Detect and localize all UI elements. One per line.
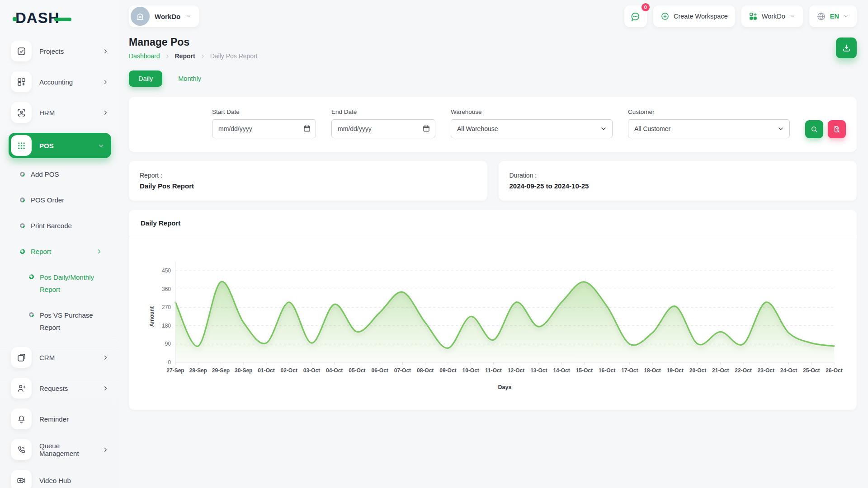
warehouse-select[interactable]: All Warehouse xyxy=(451,119,613,138)
svg-text:23-Oct: 23-Oct xyxy=(758,367,774,374)
end-date-group: End Date xyxy=(331,108,435,138)
check-square-icon xyxy=(11,41,32,61)
app-logo[interactable]: DASH xyxy=(11,7,109,29)
sidebar-item-queue-management[interactable]: Queue Management xyxy=(11,439,109,460)
video-plus-icon xyxy=(11,470,32,488)
grid-plus-icon xyxy=(11,71,32,92)
sidebar-subitem-pos-daily-monthly-report[interactable]: Pos Daily/Monthly Report xyxy=(29,271,109,296)
sidebar-subitem-add-pos[interactable]: Add POS xyxy=(20,168,109,180)
sidebar-subitem-pos-vs-purchase-report[interactable]: Pos VS Purchase Report xyxy=(29,309,109,333)
svg-text:15-Oct: 15-Oct xyxy=(576,367,593,374)
chevron-right-icon xyxy=(102,385,109,392)
sidebar-subitem-label: POS Order xyxy=(31,194,64,206)
sidebar-subitem-label: Print Barcode xyxy=(31,220,72,232)
svg-text:01-Oct: 01-Oct xyxy=(258,367,274,374)
svg-text:14-Oct: 14-Oct xyxy=(553,367,570,374)
page-header: Manage Pos Dashboard Report Daily Pos Re… xyxy=(129,36,857,60)
search-icon xyxy=(810,125,818,133)
svg-text:24-Oct: 24-Oct xyxy=(780,367,797,374)
svg-text:450: 450 xyxy=(162,267,171,274)
svg-text:30-Sep: 30-Sep xyxy=(235,367,252,374)
sidebar-nav: Projects Accounting HRM POS Add POS POS … xyxy=(11,41,109,488)
summary-cards: Report : Daily Pos Report Duration : 202… xyxy=(129,161,857,201)
customer-select[interactable]: All Customer xyxy=(628,119,790,138)
svg-text:17-Oct: 17-Oct xyxy=(621,367,638,374)
building-icon xyxy=(135,11,145,21)
search-button[interactable] xyxy=(805,120,823,138)
report-label: Report : xyxy=(140,172,476,179)
layers-copy-icon xyxy=(11,347,32,368)
svg-text:Amount: Amount xyxy=(149,306,155,327)
svg-text:07-Oct: 07-Oct xyxy=(394,367,411,374)
duration-value: 2024-09-25 to 2024-10-25 xyxy=(509,182,846,190)
chevron-down-icon xyxy=(98,142,109,149)
language-menu[interactable]: EN xyxy=(809,5,857,27)
sidebar-item-video-hub[interactable]: Video Hub xyxy=(11,470,109,488)
sidebar-item-label: Queue Management xyxy=(39,442,94,457)
messages-button[interactable]: 0 xyxy=(624,5,647,27)
svg-text:08-Oct: 08-Oct xyxy=(417,367,434,374)
sidebar-item-projects[interactable]: Projects xyxy=(11,41,109,61)
svg-text:90: 90 xyxy=(165,341,171,347)
sidebar-item-crm[interactable]: CRM xyxy=(11,347,109,368)
start-date-label: Start Date xyxy=(212,108,316,115)
chart-title: Daily Report xyxy=(141,219,180,227)
sidebar-item-label: Projects xyxy=(39,47,94,55)
chevron-right-icon xyxy=(96,248,103,255)
sidebar-subitem-label: Report xyxy=(31,245,51,258)
start-date-input[interactable] xyxy=(212,119,316,138)
report-value: Daily Pos Report xyxy=(140,182,476,190)
svg-text:26-Oct: 26-Oct xyxy=(826,367,842,374)
chevron-right-icon xyxy=(102,79,109,85)
sidebar-item-requests[interactable]: Requests xyxy=(11,378,109,399)
svg-text:09-Oct: 09-Oct xyxy=(439,367,456,374)
bullet-icon xyxy=(28,273,35,281)
svg-text:06-Oct: 06-Oct xyxy=(371,367,388,374)
breadcrumb-dashboard-link[interactable]: Dashboard xyxy=(129,52,160,60)
breadcrumb-report[interactable]: Report xyxy=(175,52,195,60)
customer-group: Customer All Customer xyxy=(628,108,790,138)
svg-text:25-Oct: 25-Oct xyxy=(803,367,820,374)
sidebar-item-accounting[interactable]: Accounting xyxy=(11,71,109,92)
svg-text:10-Oct: 10-Oct xyxy=(462,367,479,374)
daily-report-card: Daily Report 09018027036045027-Sep28-Sep… xyxy=(129,210,857,410)
chevron-down-icon xyxy=(185,13,192,19)
end-date-input[interactable] xyxy=(331,119,435,138)
chevron-right-icon xyxy=(165,53,170,59)
tab-monthly[interactable]: Monthly xyxy=(169,70,211,87)
svg-text:28-Sep: 28-Sep xyxy=(189,367,207,374)
sidebar-subitem-report[interactable]: Report xyxy=(20,245,109,258)
globe-icon xyxy=(816,12,826,21)
plus-circle-icon xyxy=(660,12,670,21)
sidebar-item-hrm[interactable]: HRM xyxy=(11,102,109,123)
tab-daily[interactable]: Daily xyxy=(129,70,162,87)
chat-bubble-icon xyxy=(630,11,641,22)
svg-text:03-Oct: 03-Oct xyxy=(303,367,320,374)
filter-panel: Start Date End Date Warehouse All Wareho… xyxy=(129,97,857,152)
workspace-menu[interactable]: WorkDo xyxy=(741,5,803,27)
sidebar-subitem-pos-order[interactable]: POS Order xyxy=(20,194,109,206)
report-card: Report : Daily Pos Report xyxy=(129,161,487,201)
svg-text:18-Oct: 18-Oct xyxy=(644,367,660,374)
svg-text:12-Oct: 12-Oct xyxy=(508,367,524,374)
filter-actions xyxy=(805,120,846,138)
svg-text:20-Oct: 20-Oct xyxy=(689,367,706,374)
sidebar-subitem-label: Add POS xyxy=(31,168,59,180)
dots-grid-icon xyxy=(11,135,32,156)
phone-call-icon xyxy=(11,439,32,460)
topbar-actions: 0 Create Workspace WorkDo EN xyxy=(624,5,857,27)
svg-text:Days: Days xyxy=(498,384,512,390)
sidebar-item-label: Accounting xyxy=(39,78,94,86)
sidebar-subitem-print-barcode[interactable]: Print Barcode xyxy=(20,220,109,232)
create-workspace-button[interactable]: Create Workspace xyxy=(653,5,735,27)
workspace-switcher[interactable]: WorkDo xyxy=(129,5,199,27)
download-button[interactable] xyxy=(836,38,857,58)
file-off-icon xyxy=(833,125,841,133)
sidebar-item-reminder[interactable]: Reminder xyxy=(11,408,109,429)
start-date-group: Start Date xyxy=(212,108,316,138)
sidebar-item-pos[interactable]: POS xyxy=(9,133,111,158)
reset-filter-button[interactable] xyxy=(828,120,846,138)
chevron-down-icon xyxy=(789,13,796,19)
bullet-icon xyxy=(19,248,26,255)
topbar: WorkDo 0 Create Workspace WorkDo EN xyxy=(129,0,857,28)
